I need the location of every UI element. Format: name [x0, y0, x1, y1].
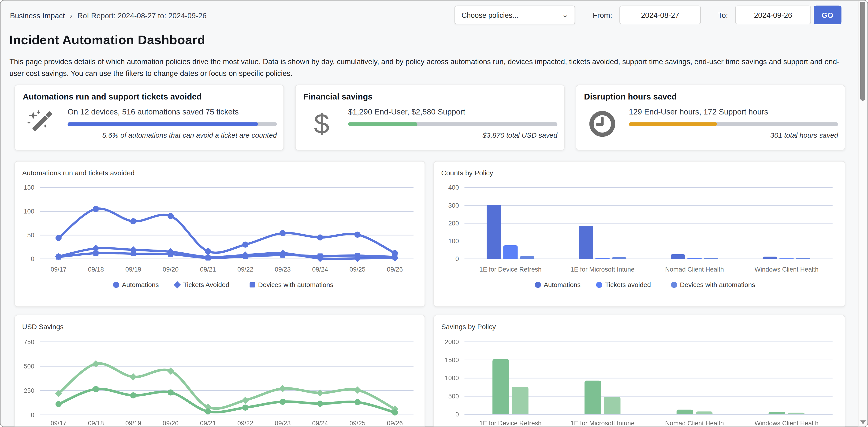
- card-disruption-hours: Disruption hours saved 129 End-User hour…: [576, 85, 845, 151]
- data-point: [392, 409, 398, 416]
- data-point: [113, 282, 119, 288]
- card-footnote: 5.6% of automations that can avoid a tic…: [67, 131, 277, 139]
- data-point: [354, 399, 361, 405]
- bar: [687, 258, 702, 259]
- progress-track: [348, 122, 557, 126]
- bar: [503, 245, 518, 259]
- y-tick-label: 150: [24, 184, 34, 191]
- x-tick-label: 09/18: [88, 266, 104, 273]
- go-button[interactable]: GO: [814, 6, 841, 24]
- data-point: [131, 251, 136, 256]
- bar: [769, 412, 785, 414]
- bar: [579, 226, 593, 259]
- bar: [492, 359, 509, 414]
- y-tick-label: 0: [456, 255, 459, 262]
- card-title: Disruption hours saved: [584, 92, 677, 101]
- x-tick-label: 09/26: [387, 420, 403, 427]
- x-tick-label: Nomad Client Health: [665, 420, 724, 427]
- x-tick-label: 09/23: [275, 266, 291, 273]
- x-tick-label: 09/20: [163, 266, 179, 273]
- scrollbar-thumb[interactable]: [860, 2, 865, 101]
- bar: [512, 387, 529, 414]
- data-point: [280, 399, 286, 405]
- series-line: [59, 208, 395, 253]
- data-point: [130, 373, 137, 381]
- series-line: [59, 389, 395, 413]
- x-tick-label: 09/18: [88, 420, 104, 427]
- bar: [520, 256, 534, 259]
- from-date-input[interactable]: [619, 6, 701, 24]
- y-tick-label: 500: [448, 393, 459, 400]
- card-summary: 129 End-User hours, 172 Support hours: [629, 107, 838, 116]
- clock-icon: [588, 109, 617, 138]
- card-title: Financial savings: [303, 92, 372, 101]
- bar: [779, 258, 794, 259]
- legend-label: Devices with automations: [680, 281, 755, 288]
- y-tick-label: 1000: [445, 374, 459, 382]
- card-footnote: $3,870 total USD saved: [348, 131, 557, 139]
- x-tick-label: Nomad Client Health: [665, 266, 724, 273]
- card-footnote: 301 total hours saved: [629, 131, 838, 139]
- chevron-down-icon: ⌄: [561, 11, 569, 19]
- data-point: [242, 241, 248, 248]
- dollar-icon: $: [307, 109, 336, 138]
- legend-label: Devices with automations: [258, 281, 333, 288]
- policies-select[interactable]: Choose policies... ⌄: [454, 6, 575, 24]
- data-point: [280, 252, 285, 258]
- chart-svg: 750500250009/1709/1809/1909/2009/2109/22…: [15, 315, 426, 427]
- progress-track: [629, 122, 838, 126]
- vertical-scrollbar: [858, 1, 867, 427]
- data-point: [56, 401, 62, 407]
- card-title: Automations run and support tickets avoi…: [23, 92, 202, 101]
- data-point: [317, 234, 323, 240]
- chart-panel-usd-savings: USD Savings 750500250009/1709/1809/1909/…: [14, 315, 425, 427]
- bar: [796, 258, 810, 259]
- breadcrumb-roi-report: RoI Report: 2024-08-27 to: 2024-09-26: [77, 11, 207, 20]
- bar: [696, 411, 712, 414]
- breadcrumb: Business Impact › RoI Report: 2024-08-27…: [10, 11, 207, 20]
- x-tick-label: Windows Client Health: [754, 266, 818, 273]
- data-point: [167, 213, 174, 219]
- card-body: On 12 devices, 516 automations saved 75 …: [67, 107, 277, 139]
- breadcrumb-separator-icon: ›: [70, 11, 72, 20]
- page-title: Incident Automation Dashboard: [9, 33, 205, 47]
- data-point: [317, 400, 323, 407]
- data-point: [56, 255, 61, 260]
- x-tick-label: 1E for Microsoft Intune: [570, 420, 634, 427]
- x-tick-label: Windows Client Health: [754, 420, 818, 427]
- filter-bar: Choose policies... ⌄ From: To: GO: [454, 6, 841, 24]
- y-tick-label: 0: [456, 410, 459, 418]
- x-tick-label: 1E for Microsoft Intune: [570, 266, 634, 273]
- bar: [612, 257, 626, 259]
- chart-svg: 20001500100050001E for Device Refresh1E …: [434, 315, 846, 427]
- x-tick-label: 09/22: [237, 420, 253, 427]
- data-point: [206, 255, 211, 261]
- y-tick-label: 0: [31, 411, 34, 419]
- chart-panel-counts-by-policy: Counts by Policy 40030020010001E for Dev…: [433, 161, 845, 307]
- data-point: [250, 282, 255, 288]
- dashboard-window: Business Impact › RoI Report: 2024-08-27…: [0, 0, 868, 427]
- y-tick-label: 200: [448, 220, 459, 227]
- chart-legend: AutomationsTickets avoidedDevices with a…: [535, 281, 755, 288]
- card-automations-tickets: Automations run and support tickets avoi…: [14, 85, 284, 151]
- chart-legend: AutomationsTickets AvoidedDevices with a…: [113, 281, 333, 288]
- data-point: [280, 230, 286, 236]
- x-tick-label: 1E for Device Refresh: [479, 420, 541, 427]
- data-point: [93, 251, 98, 256]
- to-date-input[interactable]: [735, 6, 811, 24]
- chart-svg: 40030020010001E for Device Refresh1E for…: [434, 162, 846, 307]
- x-tick-label: 09/21: [200, 266, 216, 273]
- y-tick-label: 0: [31, 255, 34, 262]
- breadcrumb-business-impact[interactable]: Business Impact: [10, 11, 65, 20]
- x-tick-label: 1E for Device Refresh: [479, 266, 541, 273]
- card-summary: On 12 devices, 516 automations saved 75 …: [67, 107, 277, 116]
- legend-label: Automations: [544, 281, 581, 288]
- data-point: [242, 397, 249, 404]
- data-point: [174, 282, 181, 289]
- progress-fill: [629, 122, 717, 126]
- x-tick-label: 09/24: [312, 266, 328, 273]
- x-tick-label: 09/25: [349, 420, 366, 427]
- card-summary: $1,290 End-User, $2,580 Support: [348, 107, 557, 116]
- scroll-down-arrow-icon[interactable]: [860, 421, 866, 424]
- x-tick-label: 09/24: [312, 420, 328, 427]
